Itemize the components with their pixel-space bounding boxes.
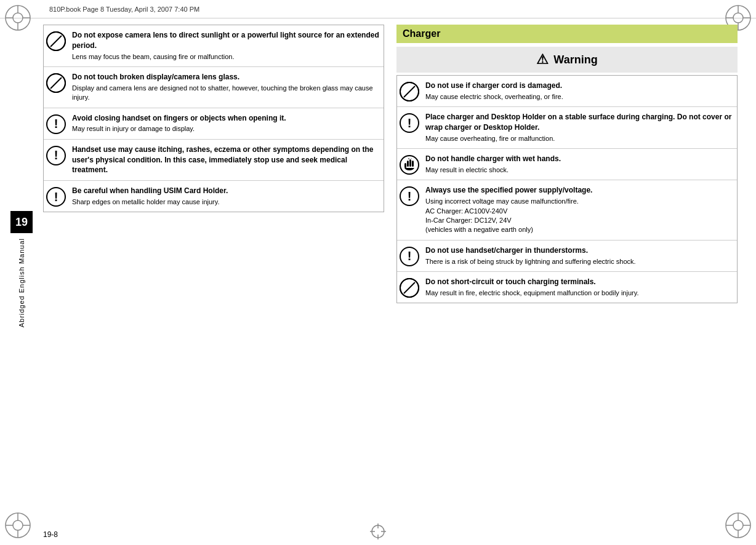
svg-line-42: [404, 282, 415, 293]
warning-icon: !: [46, 187, 66, 207]
list-item: !Avoid closing handset on fingers or obj…: [44, 108, 384, 140]
svg-rect-35: [407, 161, 409, 167]
page-number: 19: [10, 211, 33, 233]
warning-icon: !: [46, 114, 66, 134]
hand-icon: [400, 155, 419, 175]
item-sub-text: Display and camera lens are designed not…: [72, 84, 381, 103]
item-main-text: Do not handle charger with wet hands.: [425, 154, 734, 164]
warning-icon: !: [400, 113, 419, 133]
warning-label: Warning: [553, 54, 597, 66]
item-sub-text: Sharp edges on metallic holder may cause…: [72, 197, 381, 207]
list-item: Do not short-circuit or touch charging t…: [397, 272, 737, 303]
list-item: Do not handle charger with wet hands.May…: [397, 149, 737, 180]
item-sub-text: Lens may focus the beam, causing fire or…: [72, 52, 381, 62]
list-item: !Place charger and Desktop Holder on a s…: [397, 107, 737, 149]
item-sub-text: May cause overheating, fire or malfuncti…: [425, 134, 734, 143]
item-main-text: Handset use may cause itching, rashes, e…: [72, 145, 381, 175]
footer-page: 19-8: [43, 530, 58, 539]
corner-br: [723, 510, 754, 543]
list-item: !Handset use may cause itching, rashes, …: [44, 140, 384, 181]
svg-rect-36: [409, 159, 411, 167]
item-main-text: Avoid closing handset on fingers or obje…: [72, 113, 381, 124]
sidebar-label: Abridged English Manual: [18, 238, 25, 327]
item-main-text: Be careful when handling USIM Card Holde…: [72, 186, 381, 196]
warning-icon: !: [46, 146, 66, 165]
no-icon: [46, 31, 66, 51]
left-warnings-box: Do not expose camera lens to direct sunl…: [43, 25, 384, 212]
left-column: Do not expose camera lens to direct sunl…: [43, 25, 384, 514]
svg-point-40: [411, 158, 412, 159]
svg-rect-38: [404, 163, 406, 168]
list-item: !Do not use handset/charger in thunderst…: [397, 241, 737, 272]
right-warnings-box: Do not use if charger cord is damaged.Ma…: [396, 75, 738, 303]
item-main-text: Place charger and Desktop Holder on a st…: [425, 112, 734, 133]
svg-line-34: [404, 86, 415, 97]
item-sub-text: May result in injury or damage to displa…: [72, 124, 381, 133]
content-area: Do not expose camera lens to direct sunl…: [43, 25, 738, 514]
item-sub-text: May result in electric shock.: [425, 165, 734, 175]
svg-point-7: [733, 13, 743, 23]
item-main-text: Always use the specified power supply/vo…: [425, 185, 734, 196]
svg-point-19: [733, 520, 743, 530]
right-column: Charger ⚠ Warning Do not use if charger …: [396, 25, 738, 514]
warning-banner: ⚠ Warning: [396, 47, 738, 73]
item-main-text: Do not expose camera lens to direct sunl…: [72, 30, 381, 51]
item-sub-text: May result in fire, electric shock, equi…: [425, 288, 734, 298]
charger-header: Charger: [396, 25, 738, 43]
list-item: !Be careful when handling USIM Card Hold…: [44, 181, 384, 212]
header-text: 810P.book Page 8 Tuesday, April 3, 2007 …: [49, 6, 199, 13]
list-item: !Always use the specified power supply/v…: [397, 180, 737, 240]
item-main-text: Do not short-circuit or touch charging t…: [425, 277, 734, 287]
header-bar: 810P.book Page 8 Tuesday, April 3, 2007 …: [0, 0, 756, 18]
no-icon: [400, 278, 419, 298]
svg-point-13: [13, 520, 23, 530]
warning-icon: !: [400, 186, 419, 206]
crosshair-bottom: [369, 522, 387, 543]
item-sub-text: May cause electric shock, overheating, o…: [425, 92, 734, 101]
no-icon: [400, 82, 419, 101]
warning-triangle-icon: ⚠: [536, 52, 549, 68]
item-main-text: Do not touch broken display/camera lens …: [72, 72, 381, 82]
item-sub-text: There is a risk of being struck by light…: [425, 257, 734, 266]
list-item: Do not touch broken display/camera lens …: [44, 67, 384, 108]
svg-line-32: [50, 78, 62, 89]
item-main-text: Do not use if charger cord is damaged.: [425, 81, 734, 91]
item-sub-text: Using incorrect voltage may cause malfun…: [425, 197, 734, 235]
svg-rect-37: [412, 161, 414, 167]
no-icon: [46, 73, 66, 93]
list-item: Do not use if charger cord is damaged.Ma…: [397, 76, 737, 107]
warning-icon: !: [400, 247, 419, 266]
sidebar: 19 Abridged English Manual: [0, 18, 43, 520]
svg-line-30: [50, 36, 62, 47]
svg-point-39: [408, 158, 409, 159]
item-main-text: Do not use handset/charger in thundersto…: [425, 245, 734, 256]
list-item: Do not expose camera lens to direct sunl…: [44, 25, 384, 67]
